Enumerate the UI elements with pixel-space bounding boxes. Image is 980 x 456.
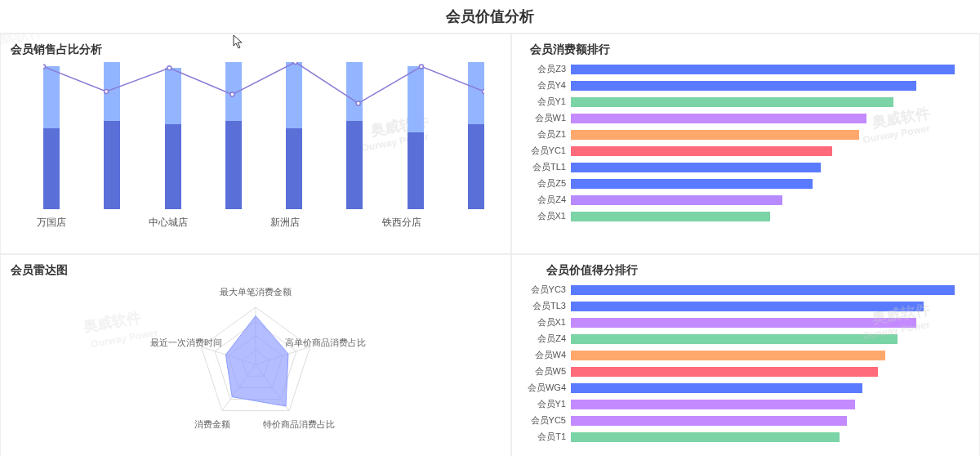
bar-category-label bbox=[435, 216, 484, 230]
radar-chart: 最大单笔消费金额高单价商品消费占比特价商品消费占比消费金额最近一次消费时间 bbox=[11, 283, 501, 446]
radar-axis-label: 高单价商品消费占比 bbox=[285, 337, 366, 349]
hbar-label: 会员X1 bbox=[522, 316, 571, 329]
hbar-bar bbox=[571, 351, 885, 360]
hbar-bar bbox=[571, 318, 916, 328]
hbar-bar bbox=[571, 146, 832, 156]
hbar-row: 会员YC3 bbox=[522, 283, 961, 297]
bar-category-label: 中心城店 bbox=[144, 216, 193, 230]
hbar-row: 会员W1 bbox=[522, 111, 961, 125]
hbar-row: 会员Z3 bbox=[522, 62, 961, 76]
panel-title-value-rank: 会员价值得分排行 bbox=[522, 263, 969, 278]
svg-marker-17 bbox=[225, 316, 288, 407]
bar-category-label: 新洲店 bbox=[261, 216, 310, 230]
hbar-row: 会员Y4 bbox=[522, 78, 961, 92]
hbar-label: 会员Z1 bbox=[522, 128, 571, 141]
hbar-bar bbox=[571, 195, 782, 205]
hbar-label: 会员TL1 bbox=[522, 161, 571, 173]
hbar-row: 会员WG4 bbox=[522, 381, 961, 395]
hbar-bar bbox=[571, 432, 840, 442]
bar-category-label bbox=[85, 216, 134, 230]
hbar-bar bbox=[571, 130, 859, 140]
radar-axis-label: 最近一次消费时间 bbox=[150, 337, 222, 349]
hbar-row: 会员X1 bbox=[522, 209, 961, 223]
bar-category-label: 万国店 bbox=[27, 216, 76, 230]
hbar-label: 会员W1 bbox=[522, 112, 571, 124]
hbar-label: 会员Y1 bbox=[522, 398, 571, 410]
panel-title-consume-rank: 会员消费额排行 bbox=[522, 42, 969, 57]
hbar-bar bbox=[571, 163, 821, 172]
hbar-bar bbox=[571, 334, 898, 344]
hbar-row: 会员Y1 bbox=[522, 397, 961, 411]
radar-axis-label: 特价商品消费占比 bbox=[263, 418, 335, 431]
hbar-label: 会员Z5 bbox=[522, 177, 571, 190]
hbar-row: 会员Z4 bbox=[522, 332, 961, 346]
cursor-icon bbox=[233, 34, 244, 51]
bar-line-chart: 万国店中心城店新洲店铁西分店 bbox=[43, 62, 484, 234]
svg-point-7 bbox=[483, 90, 485, 94]
hbar-bar bbox=[571, 416, 847, 426]
panel-sales-ratio: 会员销售占比分析 奥威软件 Ourway Power 奥威软件 万国店中心城店新… bbox=[0, 34, 511, 254]
svg-point-5 bbox=[356, 101, 360, 105]
hbar-row: 会员YC5 bbox=[522, 414, 961, 427]
panel-radar: 会员雷达图 奥威软件 Ourway Power 最大单笔消费金额高单价商品消费占… bbox=[0, 254, 511, 456]
hbar-label: 会员Y4 bbox=[522, 79, 571, 92]
svg-point-3 bbox=[230, 92, 234, 96]
hbar-bar bbox=[571, 367, 878, 377]
svg-point-6 bbox=[419, 65, 423, 69]
panel-value-rank: 会员价值得分排行 奥威软件 Ourway Power 会员YC3会员TL3会员X… bbox=[511, 254, 980, 456]
hbar-bar bbox=[571, 302, 924, 311]
radar-axis-label: 消费金额 bbox=[194, 418, 230, 431]
hbar-chart-value: 会员YC3会员TL3会员X1会员Z4会员W4会员W5会员WG4会员Y1会员YC5… bbox=[522, 283, 969, 444]
hbar-label: 会员W5 bbox=[522, 365, 571, 378]
panel-title-sales-ratio: 会员销售占比分析 bbox=[11, 42, 501, 57]
hbar-row: 会员Z1 bbox=[522, 127, 961, 141]
hbar-row: 会员W5 bbox=[522, 364, 961, 378]
panel-title-radar: 会员雷达图 bbox=[11, 263, 501, 278]
hbar-label: 会员Z4 bbox=[522, 194, 571, 206]
hbar-label: 会员YC3 bbox=[522, 284, 571, 296]
svg-point-1 bbox=[105, 90, 109, 94]
hbar-chart-consume: 会员Z3会员Y4会员Y1会员W1会员Z1会员YC1会员TL1会员Z5会员Z4会员… bbox=[522, 62, 969, 223]
hbar-bar bbox=[571, 383, 862, 393]
hbar-row: 会员TL1 bbox=[522, 160, 961, 174]
page-title: 会员价值分析 bbox=[0, 7, 980, 26]
hbar-label: 会员Z4 bbox=[522, 333, 571, 345]
hbar-row: 会员Z5 bbox=[522, 177, 961, 190]
page-header: 会员价值分析 bbox=[0, 0, 980, 34]
hbar-row: 会员YC1 bbox=[522, 144, 961, 158]
hbar-row: 会员W4 bbox=[522, 348, 961, 362]
hbar-bar bbox=[571, 400, 855, 409]
hbar-row: 会员TL3 bbox=[522, 299, 961, 313]
hbar-bar bbox=[571, 114, 866, 123]
hbar-label: 会员YC1 bbox=[522, 145, 571, 157]
hbar-row: 会员Y1 bbox=[522, 95, 961, 109]
bar-category-label: 铁西分店 bbox=[377, 216, 426, 230]
hbar-label: 会员W4 bbox=[522, 349, 571, 361]
hbar-row: 会员T1 bbox=[522, 430, 961, 444]
hbar-bar bbox=[571, 212, 770, 221]
hbar-bar bbox=[571, 285, 955, 295]
svg-point-2 bbox=[167, 66, 172, 70]
svg-point-0 bbox=[43, 65, 46, 69]
hbar-label: 会员WG4 bbox=[522, 382, 571, 394]
hbar-label: 会员Z3 bbox=[522, 63, 571, 75]
hbar-row: 会员Z4 bbox=[522, 193, 961, 207]
hbar-bar bbox=[571, 65, 955, 74]
panel-consume-rank: 会员消费额排行 奥威软件 Ourway Power 会员Z3会员Y4会员Y1会员… bbox=[511, 34, 980, 254]
bar-category-label bbox=[202, 216, 251, 230]
hbar-label: 会员T1 bbox=[522, 431, 571, 443]
svg-point-4 bbox=[293, 62, 297, 65]
hbar-label: 会员YC5 bbox=[522, 414, 571, 427]
hbar-bar bbox=[571, 97, 893, 107]
hbar-bar bbox=[571, 179, 813, 189]
hbar-label: 会员Y1 bbox=[522, 96, 571, 108]
radar-axis-label: 最大单笔消费金额 bbox=[220, 286, 292, 298]
hbar-label: 会员X1 bbox=[522, 210, 571, 222]
hbar-label: 会员TL3 bbox=[522, 300, 571, 312]
hbar-bar bbox=[571, 81, 916, 91]
hbar-row: 会员X1 bbox=[522, 315, 961, 329]
bar-category-label bbox=[318, 216, 368, 230]
